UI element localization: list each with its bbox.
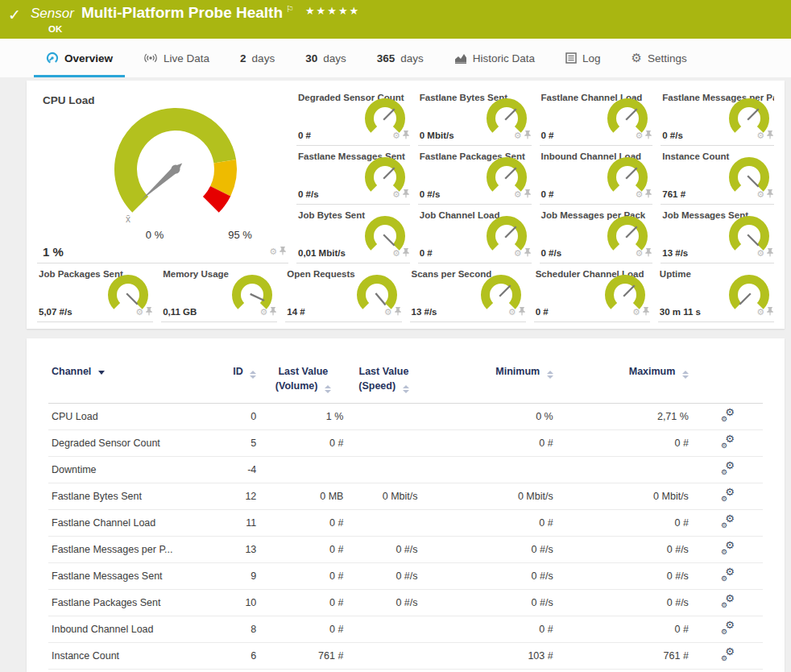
table-row[interactable]: Fastlane Bytes Sent120 MB0 Mbit/s0 Mbit/… [48, 483, 763, 510]
cell-volume: 761 # [259, 643, 346, 670]
flag-icon[interactable]: ⚐ [286, 4, 294, 14]
gauge-settings-gear-icon[interactable]: ⚙ [508, 308, 516, 317]
channels-table: Channel ID Last Value (Volume) Last Valu… [48, 361, 763, 670]
gauge-pin-icon[interactable] [767, 128, 773, 143]
cell-id: 6 [209, 643, 259, 670]
gauge-settings-gear-icon[interactable]: ⚙ [269, 247, 277, 256]
column-header-min[interactable]: Minimum [420, 361, 556, 404]
table-row[interactable]: Fastlane Messages per P...130 #0 #/s0 #/… [48, 537, 763, 563]
gauge-value: 5,07 #/s [39, 307, 72, 317]
column-header-speed[interactable]: Last Value (Speed) [346, 361, 420, 404]
sort-icon[interactable] [547, 371, 553, 379]
table-row[interactable]: CPU Load01 %0 %2,71 %⚙⚙ [48, 404, 763, 430]
gauge-settings-gear-icon[interactable]: ⚙ [384, 308, 392, 317]
cell-volume: 0 # [259, 590, 346, 616]
gauge-pin-icon[interactable] [524, 246, 531, 260]
gauge-scale-min: 0 % [130, 229, 179, 241]
channel-settings-gears-icon[interactable]: ⚙⚙ [719, 541, 735, 555]
table-row[interactable]: Fastlane Packages Sent100 #0 #/s0 #/s0 #… [48, 590, 763, 616]
cell-id: 5 [209, 430, 259, 457]
sort-icon[interactable] [682, 371, 689, 379]
column-header-actions[interactable] [692, 361, 763, 404]
gauge-settings-gear-icon[interactable]: ⚙ [635, 131, 643, 140]
gauge-pin-icon[interactable] [767, 246, 773, 260]
sort-icon[interactable] [250, 371, 256, 379]
gauge-settings-gear-icon[interactable]: ⚙ [635, 190, 643, 199]
sort-icon[interactable] [325, 385, 331, 393]
channel-settings-cell: ⚙⚙ [692, 483, 763, 510]
table-row[interactable]: Instance Count6761 #103 #761 #⚙⚙ [48, 643, 763, 670]
gauge-pin-icon[interactable] [403, 128, 409, 143]
gauge-pin-icon[interactable] [767, 187, 773, 201]
column-header-volume[interactable]: Last Value (Volume) [259, 361, 346, 404]
table-row[interactable]: Downtime-4⚙⚙ [48, 457, 763, 483]
gauge-value: 0 #/s [420, 189, 441, 199]
gauge-pin-icon[interactable] [645, 128, 652, 143]
gauge-settings-gear-icon[interactable]: ⚙ [756, 131, 764, 140]
cell-volume [259, 457, 346, 483]
tab-days[interactable]: 365 days [362, 39, 439, 77]
gauge-pin-icon[interactable] [767, 305, 773, 319]
table-row[interactable]: Inbound Channel Load80 #0 #0 #⚙⚙ [48, 616, 763, 643]
tab-days[interactable]: 30 days [290, 39, 362, 77]
gauge-settings-gear-icon[interactable]: ⚙ [756, 190, 764, 199]
channel-settings-gears-icon[interactable]: ⚙⚙ [719, 568, 735, 582]
gauge-scale-max: 95 % [216, 229, 264, 241]
gauge-settings-gear-icon[interactable]: ⚙ [756, 308, 764, 317]
sort-desc-icon[interactable] [98, 371, 105, 375]
cell-volume: 0 # [259, 616, 346, 643]
gauge-pin-icon[interactable] [524, 128, 531, 143]
channel-settings-gears-icon[interactable]: ⚙⚙ [719, 488, 735, 502]
gauge-pin-icon[interactable] [524, 187, 531, 201]
tab-overview[interactable]: Overview [31, 39, 128, 77]
gauge-settings-gear-icon[interactable]: ⚙ [392, 190, 400, 199]
gauge-pin-icon[interactable] [403, 187, 409, 201]
gauge-value: 30 m 11 s [660, 307, 701, 317]
gauge-settings-gear-icon[interactable]: ⚙ [259, 308, 267, 317]
gauge-pin-icon[interactable] [395, 305, 401, 319]
channel-settings-gears-icon[interactable]: ⚙⚙ [719, 462, 735, 475]
cell-max: 2,71 % [557, 404, 692, 430]
gauge-pin-icon[interactable] [403, 246, 409, 260]
channel-settings-gears-icon[interactable]: ⚙⚙ [719, 409, 735, 422]
gauge-pin-icon[interactable] [645, 187, 652, 201]
gauge-pin-icon[interactable] [519, 305, 525, 319]
table-row[interactable]: Degraded Sensor Count50 #0 #0 #⚙⚙ [48, 430, 763, 457]
gauge-settings-gear-icon[interactable]: ⚙ [514, 190, 522, 199]
cell-channel: Degraded Sensor Count [48, 430, 209, 457]
gauge-pin-icon[interactable] [280, 244, 286, 259]
tab-live-data[interactable]: Live Data [128, 39, 225, 77]
gauge-settings-gear-icon[interactable]: ⚙ [632, 308, 640, 317]
gauge-pin-icon[interactable] [146, 305, 152, 319]
tab-log[interactable]: Log [550, 39, 616, 77]
gauge-settings-gear-icon[interactable]: ⚙ [514, 249, 522, 258]
gauge-settings-gear-icon[interactable]: ⚙ [756, 249, 764, 258]
gauge-cell-instance-count: Instance Count 761 # ⚙ [661, 146, 774, 205]
gauge-pin-icon[interactable] [643, 305, 649, 319]
gauge-value: 0 #/s [662, 131, 683, 140]
tab-days[interactable]: 2 days [225, 39, 290, 77]
gauge-settings-gear-icon[interactable]: ⚙ [135, 308, 143, 317]
channel-settings-gears-icon[interactable]: ⚙⚙ [719, 648, 735, 662]
column-header-max[interactable]: Maximum [557, 361, 692, 404]
tab-settings[interactable]: ⚙ Settings [616, 39, 702, 77]
sort-icon[interactable] [403, 385, 409, 393]
gauge-settings-gear-icon[interactable]: ⚙ [392, 131, 400, 140]
table-row[interactable]: Fastlane Messages Sent90 #0 #/s0 #/s0 #/… [48, 563, 763, 590]
column-header-id[interactable]: ID [209, 361, 259, 404]
cell-max: 0 #/s [557, 563, 692, 590]
channel-settings-gears-icon[interactable]: ⚙⚙ [719, 621, 735, 635]
tab-label: Live Data [164, 52, 209, 64]
table-row[interactable]: Fastlane Channel Load110 #0 #0 #⚙⚙ [48, 510, 763, 537]
channel-settings-gears-icon[interactable]: ⚙⚙ [719, 435, 735, 449]
gauge-settings-gear-icon[interactable]: ⚙ [514, 131, 522, 140]
channel-settings-gears-icon[interactable]: ⚙⚙ [719, 515, 735, 529]
column-header-channel[interactable]: Channel [48, 361, 209, 404]
gauge-settings-gear-icon[interactable]: ⚙ [635, 249, 643, 258]
gauge-pin-icon[interactable] [645, 246, 652, 260]
gauge-settings-gear-icon[interactable]: ⚙ [392, 249, 400, 258]
channel-settings-gears-icon[interactable]: ⚙⚙ [719, 595, 735, 608]
gauge-pin-icon[interactable] [270, 305, 276, 319]
tab-historic-data[interactable]: Historic Data [439, 39, 550, 77]
priority-stars[interactable]: ★★★★★ [305, 5, 360, 17]
